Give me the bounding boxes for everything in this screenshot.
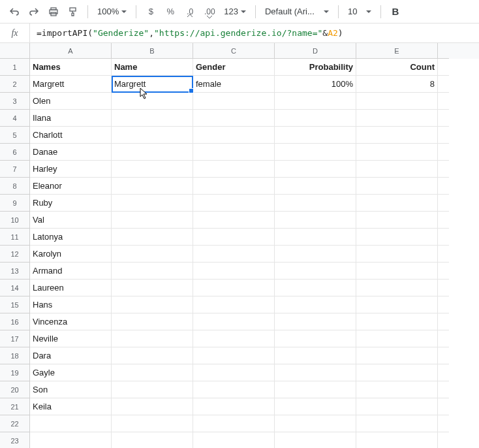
row-header[interactable]: 10 — [0, 212, 30, 229]
cell[interactable] — [193, 432, 275, 448]
col-header-D[interactable]: D — [275, 43, 356, 59]
cell[interactable] — [356, 330, 438, 347]
cell[interactable] — [438, 195, 449, 212]
cell[interactable] — [193, 398, 275, 415]
cell[interactable]: 100% — [275, 76, 356, 93]
row-header[interactable]: 2 — [0, 76, 30, 93]
row-header[interactable]: 7 — [0, 161, 30, 178]
cell[interactable] — [112, 144, 193, 161]
cell[interactable] — [193, 263, 275, 280]
cell[interactable] — [356, 415, 438, 432]
cell[interactable]: Olen — [30, 93, 112, 110]
row-header[interactable]: 8 — [0, 178, 30, 195]
cell[interactable] — [112, 296, 193, 313]
cell[interactable] — [193, 178, 275, 195]
cell[interactable] — [438, 93, 449, 110]
bold-button[interactable]: B — [386, 3, 405, 21]
cell[interactable] — [438, 398, 449, 415]
cell[interactable] — [193, 195, 275, 212]
cell[interactable] — [275, 127, 356, 144]
row-header[interactable]: 13 — [0, 263, 30, 280]
cell[interactable] — [275, 263, 356, 280]
cell[interactable] — [356, 110, 438, 127]
redo-button[interactable] — [25, 3, 43, 21]
cell[interactable] — [275, 144, 356, 161]
cell[interactable]: Vincenza — [30, 313, 112, 330]
row-header[interactable]: 20 — [0, 381, 30, 398]
cell[interactable] — [275, 296, 356, 313]
cell[interactable] — [438, 364, 449, 381]
cell[interactable] — [112, 161, 193, 178]
cell[interactable] — [275, 330, 356, 347]
cell[interactable]: Probability — [275, 59, 356, 76]
row-header[interactable]: 23 — [0, 432, 30, 448]
cell[interactable] — [275, 246, 356, 263]
cell[interactable] — [275, 110, 356, 127]
cell[interactable] — [356, 347, 438, 364]
cell[interactable] — [112, 313, 193, 330]
cell[interactable] — [438, 178, 449, 195]
font-dropdown[interactable]: Default (Ari... — [261, 3, 333, 21]
cell[interactable] — [193, 296, 275, 313]
cell[interactable] — [275, 432, 356, 448]
cell[interactable]: Ruby — [30, 195, 112, 212]
cell[interactable] — [193, 313, 275, 330]
col-header-partial[interactable] — [438, 43, 449, 59]
cell[interactable]: Keila — [30, 398, 112, 415]
row-header[interactable]: 22 — [0, 415, 30, 432]
cell[interactable]: Margrett — [112, 76, 193, 93]
cell[interactable] — [112, 212, 193, 229]
cell[interactable]: Count — [356, 59, 438, 76]
cell[interactable]: Charlott — [30, 127, 112, 144]
cell[interactable] — [112, 93, 193, 110]
col-header-B[interactable]: B — [112, 43, 193, 59]
cell[interactable] — [275, 212, 356, 229]
cell[interactable] — [275, 178, 356, 195]
cell[interactable] — [356, 364, 438, 381]
cell[interactable] — [275, 280, 356, 296]
cell[interactable] — [112, 415, 193, 432]
row-header[interactable]: 4 — [0, 110, 30, 127]
cell[interactable] — [112, 364, 193, 381]
paint-format-button[interactable] — [64, 3, 82, 21]
cell[interactable]: Latonya — [30, 229, 112, 246]
row-header[interactable]: 17 — [0, 330, 30, 347]
cell[interactable] — [112, 398, 193, 415]
more-formats-dropdown[interactable]: 123 — [220, 3, 250, 21]
cell[interactable]: Val — [30, 212, 112, 229]
cell[interactable] — [356, 296, 438, 313]
print-button[interactable] — [44, 3, 63, 21]
cell[interactable] — [112, 127, 193, 144]
cell[interactable] — [275, 398, 356, 415]
cell[interactable] — [275, 195, 356, 212]
cell[interactable] — [438, 313, 449, 330]
undo-button[interactable] — [5, 3, 23, 21]
row-header[interactable]: 15 — [0, 296, 30, 313]
formula-input[interactable]: =importAPI("Genderize","https://api.gend… — [30, 24, 479, 42]
cell[interactable]: Karolyn — [30, 246, 112, 263]
cell[interactable]: Harley — [30, 161, 112, 178]
cell[interactable]: Ilana — [30, 110, 112, 127]
cell[interactable]: Neville — [30, 330, 112, 347]
cell[interactable] — [356, 313, 438, 330]
cell[interactable] — [438, 296, 449, 313]
cell[interactable] — [275, 381, 356, 398]
cell[interactable] — [193, 381, 275, 398]
font-size-dropdown[interactable]: 10 — [344, 3, 375, 21]
cell[interactable] — [438, 110, 449, 127]
cell[interactable]: Dara — [30, 347, 112, 364]
cell[interactable] — [193, 229, 275, 246]
row-header[interactable]: 9 — [0, 195, 30, 212]
col-header-C[interactable]: C — [193, 43, 275, 59]
cell[interactable]: Names — [30, 59, 112, 76]
cell[interactable] — [112, 178, 193, 195]
zoom-dropdown[interactable]: 100% — [93, 3, 131, 21]
cell[interactable]: Danae — [30, 144, 112, 161]
cell[interactable] — [356, 246, 438, 263]
cell[interactable] — [275, 229, 356, 246]
cell[interactable] — [30, 415, 112, 432]
cell[interactable] — [438, 212, 449, 229]
cell[interactable] — [112, 432, 193, 448]
row-header[interactable]: 16 — [0, 313, 30, 330]
col-header-A[interactable]: A — [30, 43, 112, 59]
